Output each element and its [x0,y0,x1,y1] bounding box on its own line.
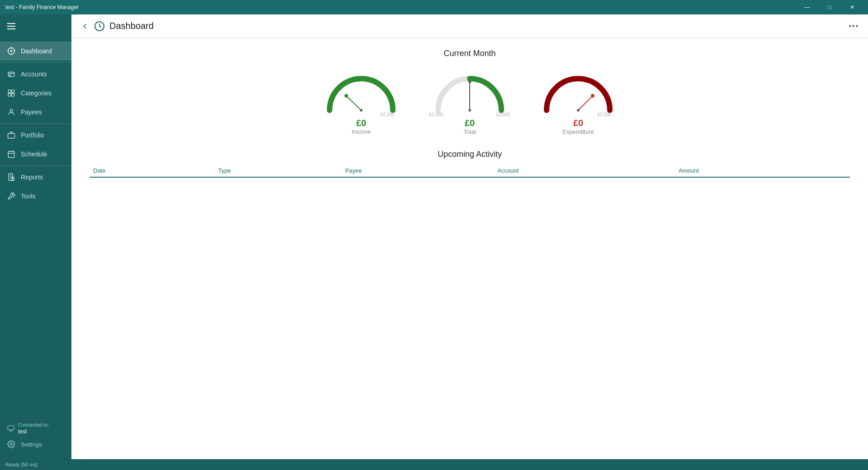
income-gauge: £2,000 £0 Income [321,67,402,135]
total-label: Total [463,128,476,135]
sidebar-header [0,14,71,38]
svg-rect-13 [8,133,15,138]
total-value: £0 [465,118,475,128]
svg-rect-8 [8,90,11,93]
sidebar-nav: Dashboard Accounts Categories [0,38,71,415]
svg-point-26 [10,443,13,446]
income-label: Income [352,128,371,135]
svg-rect-23 [8,426,14,430]
total-gauge-svg: -£2,000 £2,000 [429,67,510,117]
connected-label: Connected to: [18,422,49,428]
sidebar-item-portfolio[interactable]: Portfolio [0,126,71,145]
footer-icons: Connected to: test [7,422,64,435]
gauges-row: £2,000 £0 Income [90,67,850,135]
sidebar-item-label: Categories [21,89,52,97]
sidebar-item-label: Dashboard [21,47,52,55]
app-logo-icon [94,21,105,32]
svg-point-12 [10,109,13,112]
sidebar-item-tools[interactable]: Tools [0,187,71,206]
svg-rect-10 [8,94,11,96]
svg-point-5 [11,51,12,52]
total-gauge: -£2,000 £2,000 £0 Total [429,67,510,135]
sidebar-item-label: Portfolio [21,132,44,139]
app-body: Dashboard Accounts Categories [0,14,868,459]
header-left: Dashboard [80,21,154,32]
sidebar-item-accounts[interactable]: Accounts [0,65,71,84]
portfolio-icon [7,131,15,139]
svg-point-35 [468,80,471,83]
sidebar-item-label: Schedule [21,150,47,158]
back-arrow-icon [80,22,90,31]
sidebar-item-categories[interactable]: Categories [0,84,71,103]
svg-point-30 [344,94,348,98]
app-title: test - Family Finance Manager [5,4,79,10]
sidebar-item-schedule[interactable]: Schedule [0,145,71,164]
sidebar-footer: Connected to: test Settings [0,415,71,459]
sidebar-item-reports[interactable]: Reports [0,168,71,187]
schedule-icon [7,150,15,158]
svg-text:-£2,000: -£2,000 [429,112,443,117]
sidebar-item-label: Payees [21,108,42,116]
more-options-button[interactable]: ••• [849,22,859,30]
connection-icon [7,425,14,432]
svg-text:£2,000: £2,000 [496,112,510,117]
settings-label: Settings [21,441,42,448]
svg-line-38 [578,96,593,110]
back-button[interactable] [80,22,90,31]
expenditure-value: £0 [573,118,583,128]
close-button[interactable]: ✕ [842,0,863,14]
expenditure-gauge: £2,000 £0 Expenditure [538,67,619,135]
hamburger-menu[interactable] [7,23,15,29]
col-type: Type [215,164,342,177]
svg-text:£2,000: £2,000 [598,112,612,117]
payees-icon [7,108,15,116]
upcoming-activity-section: Upcoming Activity Date Type Payee Accoun… [90,150,850,178]
activity-table: Date Type Payee Account Amount [90,164,850,178]
expenditure-label: Expenditure [562,128,594,135]
expenditure-gauge-svg: £2,000 [538,67,619,117]
reports-icon [7,173,15,181]
minimize-button[interactable]: — [797,0,817,14]
categories-icon [7,89,15,97]
svg-rect-6 [8,72,14,77]
svg-point-31 [360,109,363,112]
statusbar: Ready [50 ms] [0,459,868,470]
connected-name: test [18,428,49,435]
settings-icon [7,440,15,448]
svg-point-39 [591,94,594,98]
accounts-icon [7,70,15,78]
main-content: Dashboard ••• Current Month £2,000 [71,14,868,459]
dashboard-body: Current Month £2,000 [71,38,868,459]
sidebar-item-label: Reports [21,174,43,181]
table-header: Date Type Payee Account Amount [90,164,850,177]
maximize-button[interactable]: □ [819,0,840,14]
col-date: Date [90,164,215,177]
status-text: Ready [50 ms] [5,462,38,467]
sidebar: Dashboard Accounts Categories [0,14,71,459]
svg-point-7 [9,75,10,75]
page-title: Dashboard [109,21,154,31]
svg-rect-11 [12,94,14,96]
current-month-title: Current Month [90,49,850,58]
upcoming-activity-title: Upcoming Activity [90,150,850,159]
sidebar-item-label: Accounts [21,70,47,78]
sidebar-item-dashboard[interactable]: Dashboard [0,42,71,61]
dashboard-icon [7,47,15,55]
tools-icon [7,192,15,200]
income-value: £0 [356,118,366,128]
content-header: Dashboard ••• [71,14,868,38]
sidebar-item-label: Tools [21,193,36,200]
svg-rect-22 [12,177,14,181]
col-account: Account [494,164,675,177]
sidebar-item-settings[interactable]: Settings [7,437,64,452]
svg-point-40 [577,109,580,112]
col-amount: Amount [675,164,850,177]
svg-rect-14 [8,151,14,158]
table-header-row: Date Type Payee Account Amount [90,164,850,177]
sidebar-item-payees[interactable]: Payees [0,103,71,122]
svg-line-29 [346,96,361,110]
svg-rect-9 [12,90,14,93]
income-gauge-svg: £2,000 [321,67,402,117]
svg-point-36 [468,109,471,112]
window-controls: — □ ✕ [797,0,863,14]
